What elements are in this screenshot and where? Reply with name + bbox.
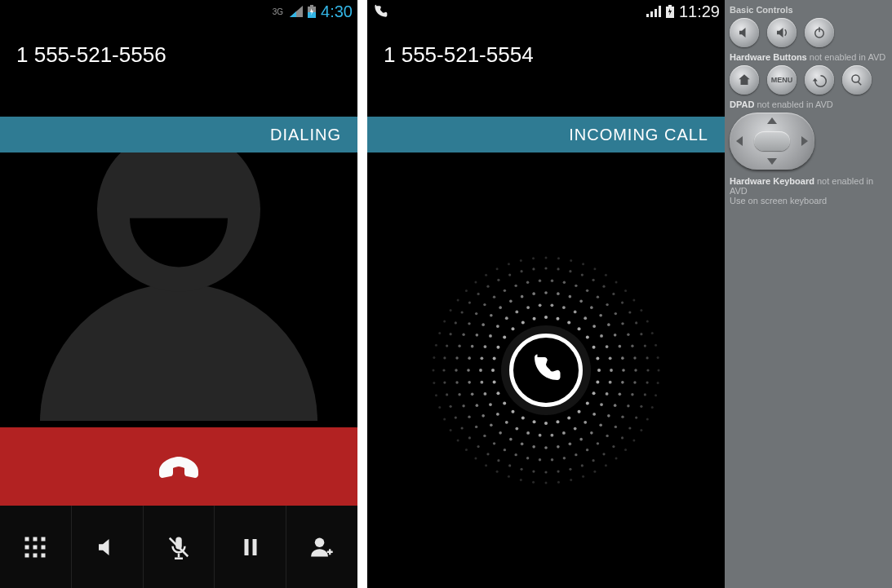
svg-point-260 xyxy=(520,259,522,262)
emulator-panel: Basic Controls Hardware Buttons not enab… xyxy=(725,0,892,588)
svg-point-227 xyxy=(624,449,627,451)
battery-icon xyxy=(308,5,316,18)
home-button[interactable] xyxy=(730,65,759,95)
statusbar-clock: 11:29 xyxy=(679,2,720,21)
search-button[interactable] xyxy=(842,65,872,95)
svg-point-102 xyxy=(467,369,470,372)
svg-point-83 xyxy=(621,381,624,384)
vol-down-button[interactable] xyxy=(730,18,759,47)
svg-point-36 xyxy=(496,346,499,349)
svg-point-31 xyxy=(503,402,506,405)
svg-rect-12 xyxy=(178,553,180,557)
svg-point-100 xyxy=(471,393,474,396)
svg-point-202 xyxy=(486,285,489,288)
svg-point-179 xyxy=(569,468,571,471)
svg-point-107 xyxy=(490,314,493,317)
svg-point-34 xyxy=(491,369,495,372)
svg-point-142 xyxy=(462,405,464,407)
dpad-center-button[interactable] xyxy=(754,131,790,151)
svg-point-86 xyxy=(607,414,610,418)
answer-handle[interactable] xyxy=(509,334,583,407)
svg-point-62 xyxy=(489,403,492,406)
end-call-button[interactable] xyxy=(0,426,357,506)
svg-point-156 xyxy=(539,280,541,282)
svg-point-38 xyxy=(511,327,514,330)
svg-point-95 xyxy=(509,438,513,441)
hold-button[interactable] xyxy=(215,506,286,588)
add-call-button[interactable] xyxy=(286,506,357,588)
svg-point-52 xyxy=(592,413,596,416)
speaker-button[interactable] xyxy=(72,506,144,588)
svg-point-257 xyxy=(485,274,487,276)
svg-point-53 xyxy=(584,421,587,424)
svg-point-235 xyxy=(532,481,535,484)
svg-point-126 xyxy=(621,415,624,418)
battery-icon xyxy=(666,5,674,18)
svg-rect-279 xyxy=(857,82,861,86)
svg-point-106 xyxy=(482,323,485,326)
svg-point-25 xyxy=(567,417,570,420)
vol-up-icon xyxy=(774,25,789,40)
svg-point-87 xyxy=(599,423,602,427)
statusbar-clock: 4:30 xyxy=(321,2,353,21)
vol-up-button[interactable] xyxy=(767,18,797,47)
svg-point-240 xyxy=(474,457,477,459)
svg-rect-277 xyxy=(819,27,820,32)
svg-point-228 xyxy=(615,457,618,459)
dialpad-button[interactable] xyxy=(0,506,72,588)
statusbar: 11:29 xyxy=(367,0,725,23)
back-button[interactable] xyxy=(805,65,834,95)
svg-rect-0 xyxy=(310,5,313,7)
caller-number: 1 555-521-5556 xyxy=(0,33,357,82)
svg-point-275 xyxy=(657,356,659,359)
svg-point-244 xyxy=(443,418,446,420)
svg-point-42 xyxy=(556,317,559,321)
mute-button[interactable] xyxy=(144,506,215,588)
svg-point-175 xyxy=(612,445,615,448)
svg-point-273 xyxy=(651,332,654,334)
svg-point-71 xyxy=(515,310,518,313)
svg-point-153 xyxy=(504,290,506,292)
svg-point-237 xyxy=(508,475,510,478)
svg-point-26 xyxy=(556,420,559,423)
home-icon xyxy=(737,73,752,87)
svg-point-216 xyxy=(635,321,637,324)
svg-point-229 xyxy=(605,464,607,466)
svg-point-69 xyxy=(496,325,499,328)
svg-point-211 xyxy=(592,279,594,281)
svg-point-264 xyxy=(570,259,572,262)
svg-point-223 xyxy=(651,406,654,409)
svg-point-119 xyxy=(614,334,617,337)
menu-label: MENU xyxy=(771,76,793,84)
menu-button[interactable]: MENU xyxy=(767,65,797,95)
svg-point-54 xyxy=(574,427,577,431)
svg-point-263 xyxy=(557,257,560,259)
svg-rect-15 xyxy=(244,539,248,555)
svg-point-17 xyxy=(314,537,324,547)
svg-point-258 xyxy=(496,267,499,270)
svg-point-67 xyxy=(484,345,487,348)
dpad-heading: DPAD not enabled in AVD xyxy=(730,99,887,109)
call-status-text: INCOMING CALL xyxy=(569,126,708,144)
power-button[interactable] xyxy=(805,18,834,47)
svg-point-157 xyxy=(551,280,553,282)
svg-point-50 xyxy=(606,392,609,396)
svg-point-204 xyxy=(508,274,511,276)
svg-point-58 xyxy=(526,431,530,435)
svg-point-77 xyxy=(584,316,587,320)
svg-point-103 xyxy=(468,356,471,360)
svg-point-210 xyxy=(581,274,584,276)
svg-point-63 xyxy=(484,392,487,396)
svg-point-174 xyxy=(621,436,624,439)
svg-point-182 xyxy=(532,470,535,472)
mute-mic-icon xyxy=(166,535,191,559)
dpad[interactable] xyxy=(730,113,814,170)
svg-point-21 xyxy=(596,380,599,383)
svg-point-23 xyxy=(586,402,589,405)
svg-point-215 xyxy=(628,311,631,313)
svg-point-111 xyxy=(532,292,535,295)
svg-point-201 xyxy=(477,293,480,295)
svg-point-73 xyxy=(539,303,542,307)
svg-point-238 xyxy=(496,471,499,473)
svg-rect-9 xyxy=(25,553,29,557)
